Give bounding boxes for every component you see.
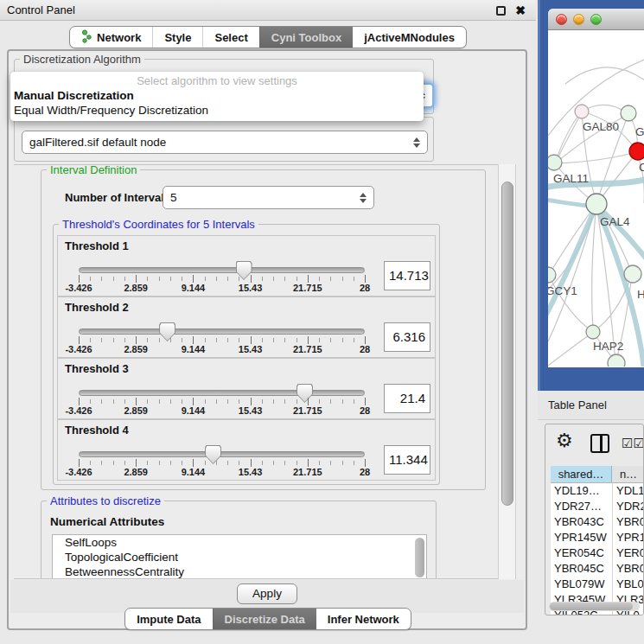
split-columns-icon[interactable]	[590, 434, 609, 453]
minimize-traffic-light-icon[interactable]	[573, 14, 584, 25]
apply-button[interactable]: Apply	[237, 583, 297, 604]
network-node[interactable]	[586, 194, 607, 214]
slider-tick-label: 15.43	[239, 405, 263, 416]
slider-tick-label: 2.859	[124, 467, 148, 477]
tab-style[interactable]: Style	[152, 27, 202, 48]
threshold-value-field[interactable]: 6.316	[384, 322, 430, 352]
network-node[interactable]	[586, 325, 600, 339]
dropdown-option-manual[interactable]: Manual Discretization	[10, 89, 424, 104]
column-header-shared-name[interactable]: shared…	[551, 466, 612, 482]
network-canvas[interactable]: GAL80GACGAL11GAL4GCY1HHAP2	[548, 30, 644, 367]
slider-tick-label: -3.426	[65, 283, 92, 293]
table-hscrollbar[interactable]	[549, 602, 640, 611]
threshold-value-field[interactable]: 21.4	[384, 384, 430, 413]
network-node[interactable]	[608, 354, 625, 367]
algorithm-dropdown-popup: Select algorithm to view settings Manual…	[10, 72, 424, 121]
slider-major-tick	[193, 336, 194, 344]
table-row[interactable]: YDL19…YDL1…	[551, 483, 644, 499]
tab-jactivemnodules[interactable]: jActiveMNodules	[353, 27, 466, 48]
threshold-value-field[interactable]: 14.713	[384, 261, 430, 290]
network-edge[interactable]	[592, 204, 596, 331]
slider-major-tick	[251, 275, 252, 283]
slider-tick-label: 28	[360, 467, 370, 477]
threshold-row-4: Threshold 4-3.4262.8599.14415.4321.71528…	[57, 419, 436, 481]
slider-major-tick	[193, 275, 194, 283]
bottom-tab-infer-network[interactable]: Infer Network	[316, 609, 411, 629]
network-node[interactable]	[575, 105, 589, 118]
bottom-tab-impute-data[interactable]: Impute Data	[125, 609, 212, 629]
slider-tick-label: 2.859	[124, 344, 148, 354]
table-row[interactable]: YBL079WYBL0…	[551, 577, 644, 592]
bottom-tab-discretize-data[interactable]: Discretize Data	[213, 609, 316, 629]
list-scrollbar-thumb[interactable]	[415, 538, 424, 577]
threshold-row-3: Threshold 3-3.4262.8599.14415.4321.71528…	[57, 358, 436, 419]
table-row[interactable]: YER054CYER0…	[551, 545, 644, 561]
table-panel-header: Table Panel	[538, 391, 644, 420]
network-edge[interactable]	[548, 333, 592, 366]
network-edge-thick[interactable]	[548, 207, 596, 317]
cell-shared-name: YBL079W	[551, 577, 612, 592]
slider-tick-label: -3.426	[65, 344, 92, 354]
network-node[interactable]	[629, 143, 644, 160]
attribute-list-item[interactable]: SelfLoops	[53, 535, 426, 550]
threshold-value-field[interactable]: 11.344	[384, 445, 430, 475]
slider-major-tick	[136, 275, 137, 283]
slider-major-tick	[193, 398, 194, 405]
slider-tick-label: 21.715	[293, 283, 322, 293]
slider-tick-label: -3.426	[65, 405, 92, 416]
tab-label: Discretize Data	[225, 613, 305, 626]
table-row[interactable]: YBR043CYBR0…	[551, 514, 644, 530]
close-icon[interactable]: ✖	[515, 2, 526, 19]
table-row[interactable]: YPR145WYPR1…	[551, 530, 644, 545]
slider-major-tick	[365, 275, 366, 283]
attribute-list-item[interactable]: BetweennessCentrality	[53, 564, 426, 579]
close-traffic-light-icon[interactable]	[556, 14, 567, 25]
settings-scrollbar[interactable]	[498, 164, 516, 579]
network-window-titlebar	[548, 9, 644, 30]
slider-major-tick	[365, 398, 366, 405]
slider-tick-label: 2.859	[124, 283, 148, 293]
network-node[interactable]	[624, 265, 641, 283]
node-label: GAL4	[600, 215, 630, 228]
number-of-intervals-value: 5	[170, 191, 177, 204]
tab-cyni-toolbox[interactable]: Cyni Toolbox	[259, 27, 353, 48]
tab-label: Style	[164, 31, 191, 44]
slider-track[interactable]	[79, 328, 365, 335]
tab-select[interactable]: Select	[202, 27, 258, 48]
slider-minor-ticks	[79, 399, 366, 404]
network-graph	[548, 30, 644, 367]
threshold-label: Threshold 1	[65, 239, 129, 252]
dropdown-option-equal-width[interactable]: Equal Width/Frequency Discretization	[10, 104, 424, 118]
algorithm-group-title: Discretization Algorithm	[20, 53, 144, 66]
column-header-name[interactable]: n…	[612, 466, 644, 482]
slider-tick-label: 2.859	[124, 405, 148, 416]
numerical-attributes-list[interactable]: SelfLoopsTopologicalCoefficientBetweenne…	[52, 534, 427, 579]
slider-tick-label: 21.715	[293, 467, 322, 477]
table-row[interactable]: YDR27…YDR2…	[551, 499, 644, 514]
network-node[interactable]	[621, 105, 636, 121]
slider-minor-ticks	[79, 277, 366, 281]
slider-track[interactable]	[79, 390, 365, 396]
select-columns-icon[interactable]: ☑☑	[622, 436, 644, 451]
panel-title: Control Panel	[7, 0, 75, 21]
network-node[interactable]	[548, 155, 562, 170]
slider-track[interactable]	[79, 267, 365, 273]
network-node[interactable]	[548, 267, 556, 283]
settings-scrollbar-thumb[interactable]	[501, 182, 513, 506]
tab-network[interactable]: Network	[70, 27, 152, 48]
float-icon[interactable]	[496, 6, 506, 16]
combo-arrows-icon	[413, 137, 420, 148]
cell-name: YDL1…	[612, 483, 644, 499]
zoom-traffic-light-icon[interactable]	[590, 14, 602, 25]
table-data-combobox[interactable]: galFiltered.sif default node	[22, 131, 428, 154]
node-label: HAP2	[593, 340, 623, 353]
table-row[interactable]: YBR045CYBR0…	[551, 561, 644, 577]
slider-track[interactable]	[79, 451, 365, 457]
attribute-list-item[interactable]: TopologicalCoefficient	[53, 550, 426, 564]
slider-major-tick	[193, 459, 194, 467]
network-edge[interactable]	[556, 112, 582, 162]
number-of-intervals-combobox[interactable]: 5	[163, 186, 374, 209]
gear-icon[interactable]: ⚙	[556, 430, 573, 452]
table-hscrollbar-thumb[interactable]	[550, 603, 633, 610]
tab-label: Network	[97, 31, 141, 44]
